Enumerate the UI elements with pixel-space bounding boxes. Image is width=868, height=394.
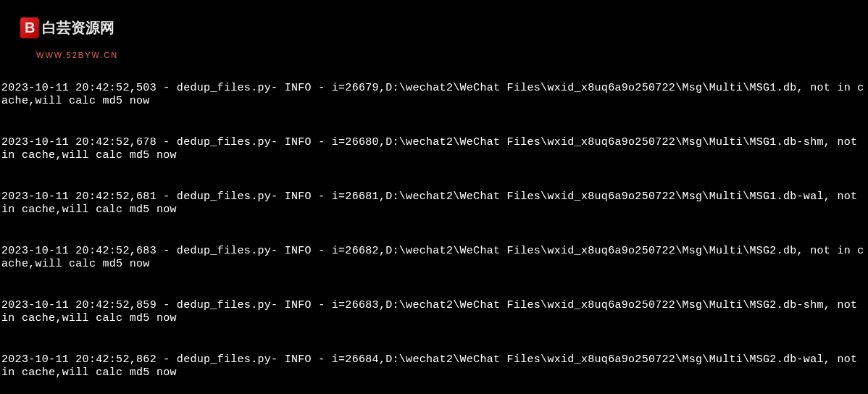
- watermark-logo-icon: B: [20, 17, 39, 38]
- terminal-output[interactable]: 2023-10-11 20:42:52,503 - dedup_files.py…: [0, 54, 868, 394]
- log-line: 2023-10-11 20:42:52,678 - dedup_files.py…: [1, 136, 867, 164]
- watermark-logo: B 白芸资源网: [20, 17, 114, 38]
- log-line: 2023-10-11 20:42:52,503 - dedup_files.py…: [1, 82, 867, 109]
- log-line: 2023-10-11 20:42:52,681 - dedup_files.py…: [1, 190, 867, 218]
- log-line: 2023-10-11 20:42:52,862 - dedup_files.py…: [1, 353, 867, 381]
- watermark-brand-text: 白芸资源网: [42, 19, 114, 37]
- log-line: 2023-10-11 20:42:52,859 - dedup_files.py…: [1, 299, 867, 327]
- log-line: 2023-10-11 20:42:52,683 - dedup_files.py…: [1, 245, 867, 272]
